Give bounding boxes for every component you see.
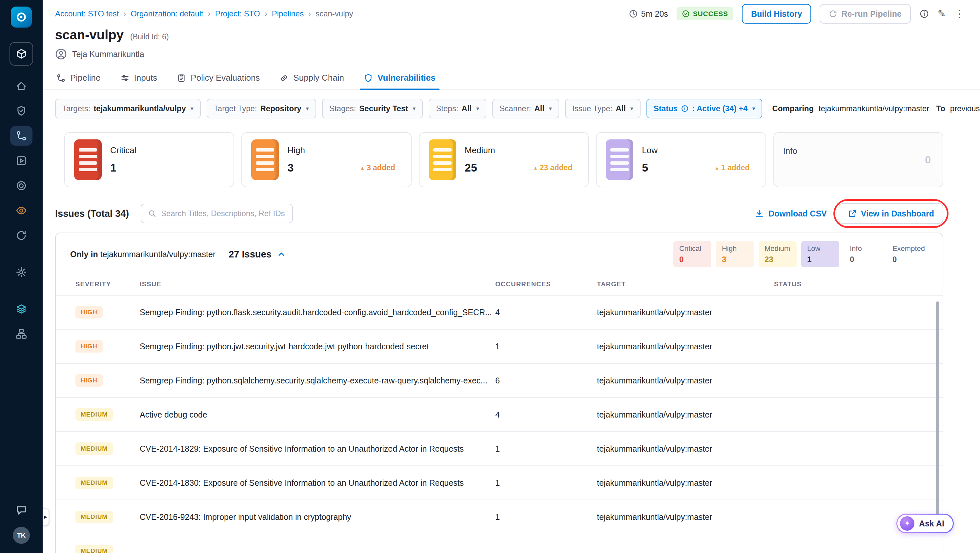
- breadcrumb-item[interactable]: Project: STO: [215, 9, 260, 18]
- clock-icon: [629, 9, 638, 18]
- target-icon: [16, 180, 27, 191]
- cube-icon: [16, 48, 27, 59]
- issue-occurrences: 1: [495, 342, 597, 351]
- severity-cards: Critical 1 High 3 ▲3 added Medium 25 ▲23…: [64, 132, 943, 187]
- issue-title: Semgrep Finding: python.flask.security.a…: [140, 308, 495, 317]
- filter-pill-stages[interactable]: Stages:Security Test▾: [322, 99, 423, 118]
- breadcrumb-item[interactable]: Pipelines: [272, 9, 304, 18]
- breadcrumb-item[interactable]: Account: STO test: [55, 9, 119, 18]
- severity-card-medium: Medium 25 ▲23 added: [419, 132, 589, 187]
- info-icon[interactable]: [920, 9, 929, 19]
- rerun-pipeline-button[interactable]: Re-run Pipeline: [819, 4, 910, 24]
- table-row[interactable]: HIGH Semgrep Finding: python.flask.secur…: [56, 296, 943, 330]
- view-in-dashboard-button[interactable]: View in Dashboard: [838, 203, 943, 224]
- breadcrumb-item[interactable]: Organization: default: [130, 9, 203, 18]
- breadcrumb: Account: STO test›Organization: default›…: [55, 9, 353, 18]
- issue-occurrences: 4: [495, 410, 597, 420]
- filter-pill-target-type[interactable]: Target Type:Repository▾: [207, 99, 316, 118]
- sidebar-expand-handle[interactable]: ▶: [43, 509, 49, 526]
- severity-card-added: ▲1 added: [715, 163, 756, 172]
- breadcrumb-separator: ›: [308, 9, 311, 18]
- severity-badge: MEDIUM: [75, 511, 113, 523]
- table-body: HIGH Semgrep Finding: python.flask.secur…: [56, 296, 943, 553]
- nav-gitops[interactable]: [10, 226, 32, 245]
- issue-occurrences: 4: [495, 308, 597, 317]
- summary-chip-medium: Medium 23: [759, 241, 797, 267]
- nav-targets[interactable]: [10, 176, 32, 195]
- severity-card-icon: [429, 140, 456, 180]
- chevron-down-icon: ▾: [752, 105, 755, 112]
- app-root: TK Account: STO test›Organization: defau…: [0, 0, 980, 553]
- issues-title: Issues (Total 34): [55, 208, 129, 219]
- refresh-icon: [829, 10, 837, 18]
- search-icon: [148, 209, 156, 218]
- tab-pipeline[interactable]: Pipeline: [56, 73, 101, 89]
- issues-panel-header: Only in tejakummarikuntla/vulpy:master 2…: [56, 233, 943, 273]
- severity-badge: HIGH: [75, 374, 103, 387]
- table-header-row: SEVERITYISSUEOCCURRENCESTARGETSTATUS: [56, 273, 943, 296]
- nav-settings[interactable]: [10, 262, 32, 282]
- issues-header: Issues (Total 34) Download CSV View in D…: [55, 203, 943, 224]
- table-row[interactable]: MEDIUM CVE-2014-1829: Exposure of Sensit…: [56, 432, 943, 466]
- severity-card-label: High: [287, 145, 401, 156]
- play-icon: [16, 155, 27, 166]
- search-box[interactable]: [141, 204, 293, 223]
- filter-pill-issue-type[interactable]: Issue Type:All▾: [565, 99, 641, 118]
- issue-title: CVE-2016-9243: Improper input validation…: [140, 512, 495, 522]
- org-icon: [16, 328, 27, 340]
- issues-panel: Only in tejakummarikuntla/vulpy:master 2…: [55, 232, 943, 553]
- nav-security-tests[interactable]: [10, 201, 32, 221]
- collapse-chevron-icon[interactable]: [277, 249, 286, 259]
- severity-card-icon: [606, 140, 633, 180]
- nav-artifacts[interactable]: [10, 299, 32, 319]
- filter-pill-scanner[interactable]: Scanner:All▾: [492, 99, 559, 118]
- nav-home[interactable]: [10, 76, 32, 96]
- nav-pipelines[interactable]: [10, 126, 32, 146]
- issue-occurrences: 6: [495, 376, 597, 385]
- build-history-button[interactable]: Build History: [742, 4, 811, 24]
- table-row[interactable]: MEDIUM CVE-2016-9243: Improper input val…: [56, 500, 943, 534]
- filter-pill-steps[interactable]: Steps:All▾: [429, 99, 487, 118]
- filter-bar: Targets:tejakummarikuntla/vulpy▾Target T…: [43, 99, 980, 118]
- table-row[interactable]: HIGH Semgrep Finding: python.sqlalchemy.…: [56, 364, 943, 398]
- filter-pill-status[interactable]: Status : Active (34) +4 ▾: [646, 99, 762, 118]
- scrollbar-thumb[interactable]: [936, 302, 939, 524]
- author-row: Teja Kummarikuntla: [43, 48, 980, 60]
- user-avatar[interactable]: TK: [13, 527, 30, 544]
- download-csv-button[interactable]: Download CSV: [755, 209, 827, 218]
- issue-target: tejakummarikuntla/vulpy:master: [597, 512, 774, 522]
- nav-executions[interactable]: [10, 151, 32, 170]
- tab-supply-chain[interactable]: Supply Chain: [280, 73, 344, 89]
- tab-inputs[interactable]: Inputs: [120, 73, 158, 89]
- table-row[interactable]: HIGH Semgrep Finding: python.jwt.securit…: [56, 330, 943, 364]
- harness-logo-icon[interactable]: [11, 6, 32, 27]
- table-row[interactable]: MEDIUM: [56, 534, 943, 553]
- issue-title: Active debug code: [140, 410, 495, 420]
- tab-policy-evaluations[interactable]: Policy Evaluations: [177, 73, 260, 89]
- severity-card-label: Medium: [465, 145, 579, 156]
- top-bar: Account: STO test›Organization: default›…: [43, 0, 980, 26]
- severity-card-count: 5: [642, 161, 648, 174]
- edit-icon[interactable]: ✎: [938, 9, 946, 19]
- breadcrumb-separator: ›: [265, 9, 267, 18]
- table-row[interactable]: MEDIUM Active debug code 4 tejakummariku…: [56, 398, 943, 432]
- table-row[interactable]: MEDIUM CVE-2014-1830: Exposure of Sensit…: [56, 466, 943, 500]
- severity-badge: HIGH: [75, 340, 103, 353]
- kebab-menu-icon[interactable]: ⋮: [955, 9, 964, 19]
- chat-icon[interactable]: [10, 501, 32, 520]
- severity-card-icon: [74, 140, 102, 180]
- issue-target: tejakummarikuntla/vulpy:master: [597, 376, 774, 385]
- module-switcher[interactable]: [10, 42, 33, 65]
- severity-card-low: Low 5 ▲1 added: [596, 132, 766, 187]
- filter-pill-targets[interactable]: Targets:tejakummarikuntla/vulpy▾: [55, 99, 201, 118]
- up-triangle-icon: ▲: [715, 165, 719, 170]
- severity-card-count: 25: [465, 161, 477, 174]
- issues-search-input[interactable]: [161, 209, 286, 218]
- ask-ai-button[interactable]: ✦ Ask AI: [896, 514, 954, 533]
- check-circle-icon: [682, 10, 690, 18]
- column-header-target: TARGET: [597, 280, 774, 288]
- severity-card-high: High 3 ▲3 added: [242, 132, 411, 187]
- tab-vulnerabilities[interactable]: Vulnerabilities: [364, 73, 436, 89]
- nav-organizations[interactable]: [10, 324, 32, 344]
- nav-policies[interactable]: [10, 101, 32, 121]
